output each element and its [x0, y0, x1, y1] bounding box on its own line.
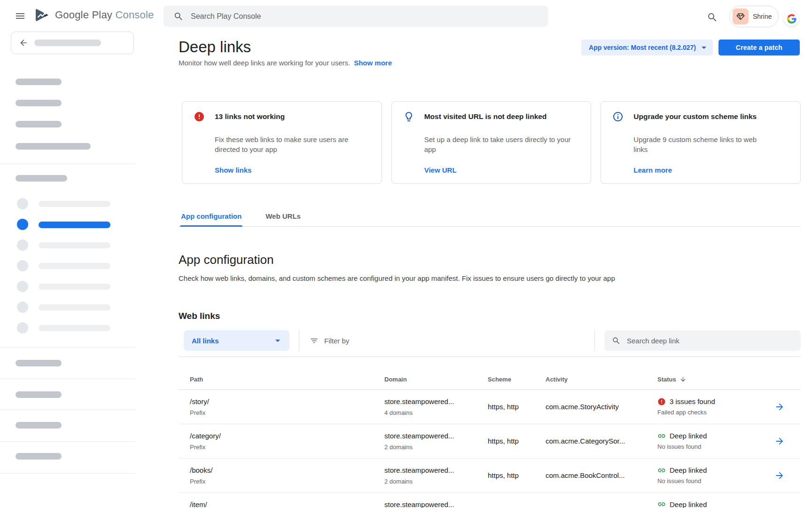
scheme-value: https, http [488, 437, 546, 446]
skeleton-section-label [16, 422, 62, 429]
skeleton-section-label [16, 453, 62, 460]
table-header: Path Domain Scheme Activity Status [179, 357, 801, 390]
nav-dot-icon [17, 322, 28, 333]
status-value: Deep linked [670, 432, 707, 440]
path-type: Prefix [190, 477, 384, 486]
skeleton-bar [39, 263, 110, 269]
nav-dot-icon [17, 281, 28, 292]
card-body: Set up a deep link to take users directl… [424, 135, 574, 160]
nav-dot-icon [17, 260, 28, 271]
row-detail-arrow[interactable] [773, 435, 801, 447]
path-value: /story/ [190, 397, 384, 406]
arrow-right-icon [774, 470, 785, 481]
console-search-bar[interactable] [164, 6, 548, 27]
skeleton-section-label [16, 175, 67, 182]
column-header-scheme: Scheme [488, 376, 546, 389]
app-switcher[interactable]: Shrine [729, 6, 779, 27]
tab-web-urls[interactable]: Web URLs [265, 212, 302, 226]
page-subtitle: Monitor how well deep links are working … [179, 58, 801, 68]
error-icon [194, 111, 205, 122]
skeleton-bar [39, 304, 110, 310]
path-value: /books/ [190, 466, 384, 475]
path-type: Prefix [190, 409, 384, 417]
sidebar-item[interactable] [0, 239, 135, 258]
status-detail: Failed app checks [657, 408, 773, 417]
web-links-toolbar: All links Filter by [179, 330, 801, 357]
sidebar-item[interactable] [0, 198, 135, 217]
link-icon [657, 500, 666, 508]
links-scope-label: All links [192, 337, 219, 345]
google-logo-icon [787, 14, 796, 24]
domain-value: store.steampowered... [384, 500, 488, 508]
lightbulb-icon [403, 111, 414, 122]
search-input[interactable] [191, 12, 541, 21]
shrine-app-icon [733, 8, 749, 24]
play-console-logo-text: Google Play Console [55, 9, 154, 21]
row-detail-arrow[interactable] [773, 401, 801, 413]
card-body: Upgrade 9 custom scheme links to web lin… [633, 135, 769, 160]
skeleton-section-label [16, 391, 62, 398]
column-header-domain: Domain [384, 376, 488, 389]
show-links-link[interactable]: Show links [215, 166, 370, 174]
play-console-logo[interactable]: Google Play Console [35, 8, 154, 22]
scheme-value: https, http [488, 471, 546, 480]
path-value: /item/ [190, 500, 384, 508]
link-icon [657, 432, 666, 440]
card-body: Fix these web links to make sure users a… [215, 135, 361, 160]
global-search-icon[interactable] [707, 12, 718, 23]
show-more-link[interactable]: Show more [354, 59, 392, 67]
skeleton-bar [16, 100, 62, 106]
skeleton-bar [39, 325, 110, 331]
sidebar-item[interactable] [0, 322, 135, 341]
link-icon [657, 466, 666, 475]
links-scope-selector[interactable]: All links [184, 330, 289, 351]
filter-icon [310, 336, 319, 345]
toolbar-divider [299, 330, 299, 351]
domain-value: store.steampowered... [384, 397, 488, 406]
app-switcher-label: Shrine [753, 13, 772, 20]
main-content: Deep links Monitor how well deep links a… [179, 31, 801, 508]
tab-bar: App configuration Web URLs [179, 212, 801, 227]
section-description: Check how web links, domains, and custom… [179, 274, 801, 283]
google-account-button[interactable] [784, 11, 799, 26]
filter-by-button[interactable]: Filter by [310, 330, 349, 351]
play-console-logo-icon [35, 8, 50, 22]
row-detail-arrow[interactable] [773, 469, 801, 482]
status-detail: No issues found [657, 477, 773, 485]
sidebar-item[interactable] [0, 302, 135, 320]
column-header-status[interactable]: Status [657, 376, 773, 389]
path-value: /category/ [190, 431, 384, 441]
back-button[interactable] [11, 32, 134, 54]
chevron-down-icon [275, 340, 280, 342]
deep-link-search-input[interactable] [627, 337, 793, 345]
skeleton-bar [16, 143, 91, 150]
arrow-right-icon [774, 436, 785, 446]
learn-more-link[interactable]: Learn more [633, 166, 789, 174]
sidebar-item[interactable] [0, 281, 135, 300]
skeleton-bar [39, 201, 110, 207]
tab-app-configuration[interactable]: App configuration [180, 212, 242, 226]
status-value: Deep linked [670, 500, 707, 508]
table-row[interactable]: /item/ store.steampowered... Deep linked [179, 493, 801, 508]
activity-value: com.acme.StoryActivity [546, 402, 657, 412]
table-row[interactable]: /books/Prefix store.steampowered...2 dom… [179, 459, 801, 493]
card-upgrade-custom-schemes: Upgrade your custom scheme links Upgrade… [601, 101, 801, 184]
table-row[interactable]: /story/Prefix store.steampowered...4 dom… [179, 390, 801, 424]
view-url-link[interactable]: View URL [424, 166, 580, 174]
sidebar-item[interactable] [0, 260, 135, 279]
sidebar-divider [0, 379, 135, 379]
sidebar-divider [0, 441, 135, 442]
skeleton-bar [16, 79, 62, 85]
menu-icon[interactable] [15, 10, 26, 22]
table-row[interactable]: /category/Prefix store.steampowered...2 … [179, 424, 801, 459]
card-links-not-working: 13 links not working Fix these web links… [182, 101, 382, 184]
filter-by-label: Filter by [324, 337, 349, 345]
column-header-path: Path [179, 376, 384, 389]
sidebar-item-deep-links-active[interactable] [0, 219, 135, 238]
deep-link-search[interactable] [604, 330, 801, 351]
back-arrow-icon [19, 38, 28, 48]
status-value: Deep linked [670, 466, 707, 474]
web-links-heading: Web links [179, 310, 801, 322]
skeleton-bar [39, 222, 110, 228]
top-bar: Google Play Console Shrine [0, 0, 812, 31]
